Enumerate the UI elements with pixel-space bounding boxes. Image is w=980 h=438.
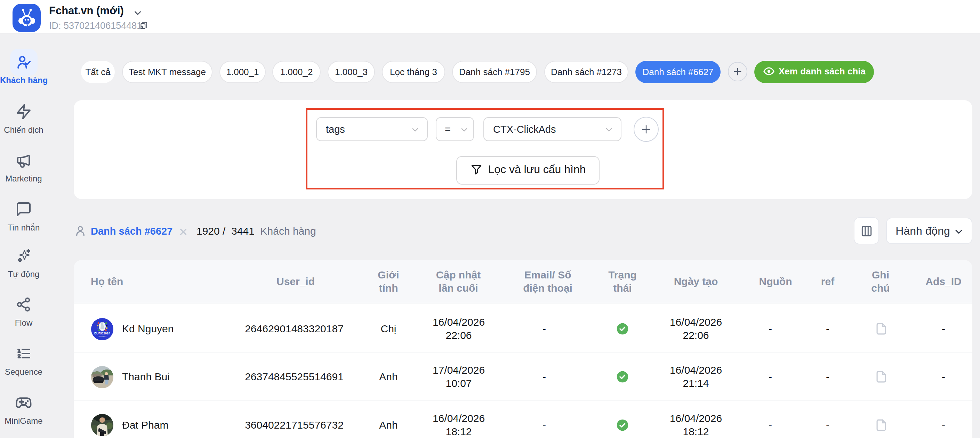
svg-text:GERMANY: GERMANY xyxy=(98,335,107,338)
svg-text:EURO2024: EURO2024 xyxy=(94,332,110,335)
